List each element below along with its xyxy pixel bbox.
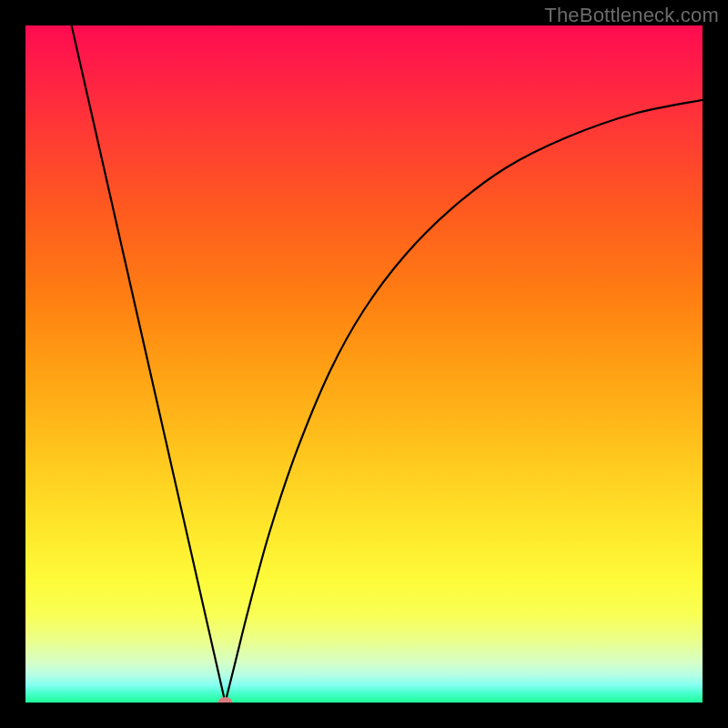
chart-container: TheBottleneck.com (0, 0, 728, 728)
chart-svg (25, 25, 703, 703)
plot-area (25, 25, 703, 703)
curve-left-branch (67, 25, 225, 703)
curve-minimum-marker (217, 697, 232, 703)
watermark-text: TheBottleneck.com (544, 4, 719, 27)
curve-right-branch (225, 100, 703, 703)
